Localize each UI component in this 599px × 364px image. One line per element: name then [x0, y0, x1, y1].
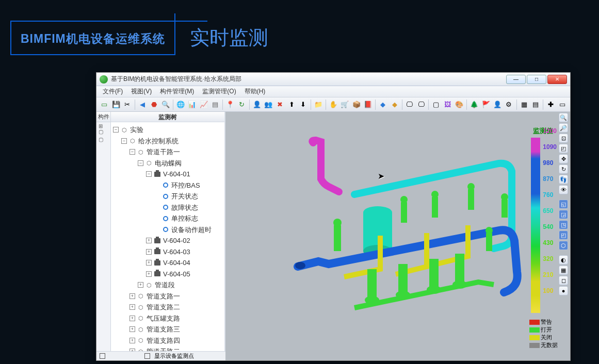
chart-icon[interactable]: 📊 — [187, 100, 197, 110]
orbit-icon[interactable]: ↻ — [559, 164, 568, 174]
menu-view[interactable]: 视图(V) — [127, 86, 156, 97]
view-persp-icon[interactable]: ⬡ — [559, 241, 568, 250]
refresh-icon[interactable]: ↻ — [237, 100, 247, 110]
back-icon[interactable]: ◀ — [138, 100, 147, 110]
maximize-button[interactable]: □ — [527, 75, 546, 84]
view-iso-icon[interactable]: ◰ — [559, 230, 568, 240]
window-icon[interactable]: ▢ — [431, 100, 441, 110]
legend-value: 1200 — [543, 127, 557, 143]
minimize-button[interactable]: — — [506, 75, 526, 84]
svg-rect-12 — [455, 254, 464, 282]
pic-icon[interactable]: 🖼 — [443, 100, 452, 110]
user-icon[interactable]: 👤 — [252, 100, 262, 110]
layers-icon[interactable]: ▤ — [531, 100, 540, 110]
zoom-fit-icon[interactable]: ⊡ — [559, 134, 568, 143]
shade-icon[interactable]: ◐ — [559, 255, 568, 264]
folder-icon[interactable]: 📁 — [313, 100, 322, 110]
legend-value: 650 — [543, 207, 557, 223]
checkbox[interactable] — [100, 353, 105, 359]
tree-node-branch1[interactable]: +⬡管道支路一 — [129, 291, 223, 302]
screen2-icon[interactable]: 🖵 — [416, 100, 426, 110]
tree-node-v604-01[interactable]: −V-604-01 — [146, 169, 223, 180]
walk-icon[interactable]: 👣 — [559, 175, 568, 184]
view-side-icon[interactable]: ◳ — [559, 220, 568, 229]
pin-icon[interactable]: 📍 — [225, 100, 235, 110]
menu-file[interactable]: 文件(F) — [99, 86, 127, 97]
users-icon[interactable]: 👥 — [264, 100, 273, 110]
cut-icon[interactable]: ✂ — [123, 100, 132, 110]
valve-icon — [154, 237, 161, 244]
tree-node-tank[interactable]: +⬡气压罐支路 — [129, 313, 223, 324]
cube-icon: ⬡ — [137, 326, 144, 333]
tree-node-root[interactable]: −⬡实验 — [113, 124, 223, 136]
menu-help[interactable]: 帮助(H) — [240, 86, 270, 97]
slide-header: BIMFIM机电设备运维系统 实时监测 — [0, 0, 599, 55]
stop-icon[interactable]: ⬣ — [149, 100, 158, 110]
leftcol-row[interactable]: ⊞ ▢ — [96, 122, 110, 136]
render-icon[interactable]: ● — [559, 286, 568, 295]
diamond2-icon[interactable]: ◆ — [390, 100, 399, 110]
tree-node-param[interactable]: 单控标志 — [154, 213, 223, 224]
tree-node-v604-05[interactable]: +V-604-05 — [146, 269, 223, 280]
gear-icon[interactable]: ⚙ — [504, 100, 513, 110]
zoom-out-icon[interactable]: 🔎 — [559, 123, 568, 133]
svg-rect-22 — [501, 200, 508, 218]
tree-icon[interactable]: 🌲 — [470, 100, 479, 110]
book-icon[interactable]: 📕 — [363, 100, 373, 110]
tree-node-param[interactable]: 开关状态 — [154, 191, 223, 202]
hidden-icon[interactable]: ◻ — [559, 276, 568, 285]
globe-icon[interactable]: 🌐 — [176, 100, 185, 110]
menu-component[interactable]: 构件管理(M) — [156, 86, 198, 97]
separator — [135, 100, 135, 110]
leftcol-row[interactable]: ▢ — [96, 136, 110, 143]
tree-node-mainpipe1[interactable]: −⬡管道干路一 — [129, 146, 223, 158]
list-icon[interactable]: ▤ — [211, 100, 220, 110]
palette-icon[interactable]: 🎨 — [455, 100, 464, 110]
tree-node-system[interactable]: −⬡给水控制系统 — [121, 136, 223, 147]
separator — [516, 100, 517, 110]
tree-node-param[interactable]: 故障状态 — [154, 202, 223, 213]
chart2-icon[interactable]: 📈 — [199, 100, 208, 110]
tree-node-valve-group[interactable]: −⬡电动蝶阀 — [138, 158, 223, 169]
tree-node-v604-02[interactable]: +V-604-02 — [146, 235, 223, 246]
menu-monitor[interactable]: 监测管理(O) — [198, 86, 240, 97]
tree-node-v604-04[interactable]: +V-604-04 — [146, 257, 223, 269]
flag-icon[interactable]: 🚩 — [481, 100, 491, 110]
hand-icon[interactable]: ✋ — [329, 100, 338, 110]
tree-node-branch3[interactable]: +⬡管道支路三 — [129, 324, 223, 335]
up-icon[interactable]: ⬆ — [287, 100, 296, 110]
card-icon[interactable]: ▭ — [557, 100, 566, 110]
3d-viewport[interactable]: ➤ — [225, 112, 570, 360]
diamond-icon[interactable]: ◆ — [378, 100, 387, 110]
tree-node-param[interactable]: 设备动作超时 — [154, 224, 223, 236]
wire-icon[interactable]: ▦ — [559, 266, 568, 275]
tree-node-param[interactable]: 环控/BAS — [154, 180, 223, 191]
pan-icon[interactable]: ✥ — [559, 154, 568, 163]
save-icon[interactable]: 💾 — [111, 100, 120, 110]
zoom-in-icon[interactable]: 🔍 — [559, 113, 568, 122]
svg-point-3 — [295, 262, 305, 269]
tree-node-v604-03[interactable]: +V-604-03 — [146, 246, 223, 258]
zoom-window-icon[interactable]: ◰ — [559, 144, 568, 153]
tree-node-branch2[interactable]: +⬡管道支路二 — [129, 302, 223, 313]
down-icon[interactable]: ⬇ — [298, 100, 307, 110]
tree-node-segment[interactable]: +⬡管道段 — [138, 279, 223, 291]
screen-icon[interactable]: 🖵 — [405, 100, 414, 110]
close-button[interactable]: ✕ — [547, 75, 567, 84]
view-top-icon[interactable]: ◱ — [559, 200, 568, 209]
look-icon[interactable]: 👁 — [559, 185, 568, 194]
open-icon[interactable]: ▭ — [100, 100, 109, 110]
view-front-icon[interactable]: ◲ — [559, 210, 568, 219]
tree-node-branch4[interactable]: +⬡管道支路四 — [129, 335, 223, 346]
monitor-tree[interactable]: −⬡实验 −⬡给水控制系统 −⬡管道干路一 −⬡电动蝶阀 — [111, 122, 224, 360]
box-icon[interactable]: 📦 — [351, 100, 361, 110]
search-icon[interactable]: 🔍 — [161, 100, 170, 110]
checkbox[interactable] — [144, 353, 150, 359]
app-window: 基于BIM的机电设备智能管理系统·给水系统局部 — □ ✕ 文件(F) 视图(V… — [96, 72, 571, 361]
grid-icon[interactable]: ▦ — [519, 100, 528, 110]
cart-icon[interactable]: 🛒 — [340, 100, 349, 110]
circle-icon — [162, 204, 169, 211]
plus-icon[interactable]: ✚ — [546, 100, 555, 110]
delete-icon[interactable]: ✖ — [276, 100, 285, 110]
head-icon[interactable]: 👤 — [493, 100, 502, 110]
